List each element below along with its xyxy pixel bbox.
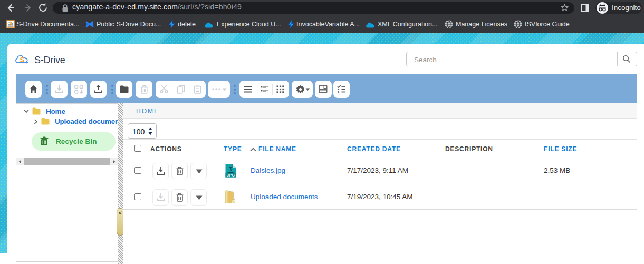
svg-text:JPG: JPG	[227, 173, 235, 178]
svg-text:S: S	[20, 56, 25, 64]
svg-text:S: S	[10, 22, 13, 25]
